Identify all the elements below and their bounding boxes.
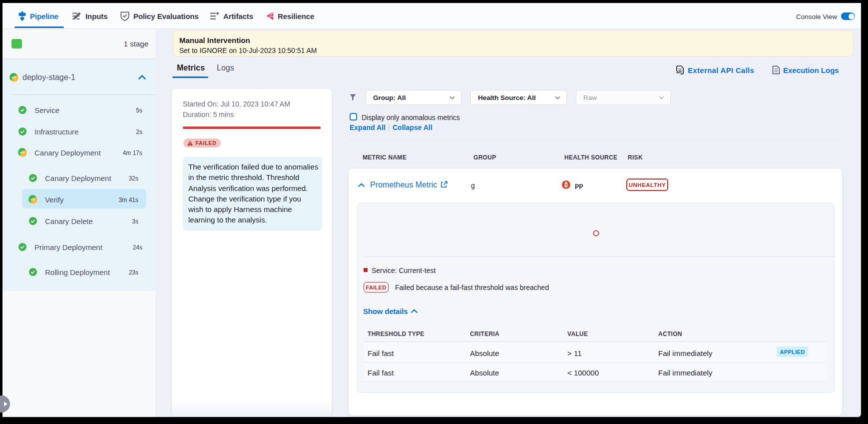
svg-text:API: API <box>676 70 682 74</box>
